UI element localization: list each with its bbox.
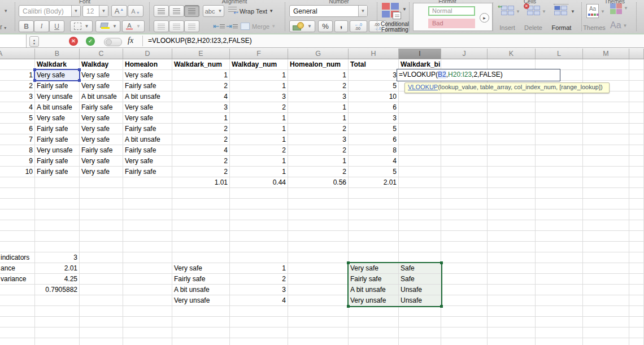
cell-H9[interactable]: 8 [349, 145, 399, 156]
decrease-indent-button[interactable]: ⇤ [213, 20, 225, 32]
cell-E14[interactable] [172, 199, 230, 209]
cell-H2[interactable]: 3 [349, 70, 399, 81]
cell-G17[interactable] [288, 231, 349, 242]
cell-L16[interactable] [536, 220, 583, 231]
cell-A10[interactable]: 9 [0, 156, 35, 167]
cell-M23[interactable] [583, 295, 629, 306]
name-box-stepper[interactable]: ▲▼ [29, 36, 39, 47]
cell-E6[interactable]: 1 [172, 113, 230, 124]
cell-L7[interactable] [536, 124, 583, 134]
cell-J17[interactable] [441, 231, 488, 242]
cell-C25[interactable] [80, 317, 123, 327]
cell-I16[interactable] [399, 220, 441, 231]
cancel-button[interactable]: ✕ [69, 37, 78, 46]
align-middle-button[interactable] [169, 5, 184, 17]
cell-A27[interactable] [0, 338, 35, 345]
chevron-down-icon[interactable]: ▼ [542, 9, 546, 14]
cell-M17[interactable] [583, 231, 629, 242]
cell-K13[interactable] [488, 188, 536, 199]
cell-G9[interactable]: 2 [288, 145, 349, 156]
cell-D25[interactable] [123, 317, 172, 327]
cell-M5[interactable] [583, 102, 629, 113]
cell-C4[interactable]: A bit unsafe [80, 91, 123, 102]
cell-G16[interactable] [288, 220, 349, 231]
cell-L26[interactable] [536, 327, 583, 338]
cell-A11[interactable]: 10 [0, 167, 35, 177]
cell-M10[interactable] [583, 156, 629, 167]
cell-F7[interactable]: 1 [230, 124, 288, 134]
cell-F19[interactable] [230, 252, 288, 263]
cell-M25[interactable] [583, 317, 629, 327]
cell-D14[interactable] [123, 199, 172, 209]
cell-M13[interactable] [583, 188, 629, 199]
cell-K21[interactable] [488, 274, 536, 285]
cell-K19[interactable] [488, 252, 536, 263]
cell-H13[interactable] [349, 188, 399, 199]
cell-N20[interactable] [629, 263, 644, 274]
column-header-A[interactable]: A [0, 49, 35, 59]
cell-K25[interactable] [488, 317, 536, 327]
fill-color-button[interactable]: ▼ [95, 20, 120, 32]
cell-L18[interactable] [536, 242, 583, 252]
cell-H7[interactable]: 5 [349, 124, 399, 134]
cell-H27[interactable] [349, 338, 399, 345]
cell-B5[interactable]: A bit unsafe [35, 102, 80, 113]
formula-edit-cell[interactable]: =VLOOKUP(B2,H20:I23,2,FALSE) [397, 69, 560, 81]
cell-D12[interactable] [123, 177, 172, 188]
cell-A9[interactable]: 8 [0, 145, 35, 156]
cell-C27[interactable] [80, 338, 123, 345]
cell-A16[interactable] [0, 220, 35, 231]
cell-N16[interactable] [629, 220, 644, 231]
merge-button[interactable]: Merge▼ [241, 20, 276, 32]
cell-G5[interactable]: 1 [288, 102, 349, 113]
cell-I12[interactable] [399, 177, 441, 188]
cell-L11[interactable] [536, 167, 583, 177]
cell-H6[interactable]: 3 [349, 113, 399, 124]
cell-D17[interactable] [123, 231, 172, 242]
cell-K23[interactable] [488, 295, 536, 306]
cell-G15[interactable] [288, 209, 349, 220]
cell-N8[interactable] [629, 134, 644, 145]
cell-D10[interactable]: Very safe [123, 156, 172, 167]
cell-J25[interactable] [441, 317, 488, 327]
delete-button[interactable]: Delete [524, 24, 542, 31]
cell-E4[interactable]: 4 [172, 91, 230, 102]
cell-K22[interactable] [488, 285, 536, 295]
tooltip-function-link[interactable]: VLOOKUP [408, 84, 438, 90]
cell-D6[interactable]: Very safe [123, 113, 172, 124]
cell-I5[interactable] [399, 102, 441, 113]
cell-C21[interactable] [80, 274, 123, 285]
cell-L25[interactable] [536, 317, 583, 327]
cell-F13[interactable] [230, 188, 288, 199]
cell-D11[interactable]: Fairly safe [123, 167, 172, 177]
cell-F10[interactable]: 1 [230, 156, 288, 167]
cell-K5[interactable] [488, 102, 536, 113]
cell-B1[interactable]: Walkdark [35, 59, 80, 70]
cell-J26[interactable] [441, 327, 488, 338]
cell-I8[interactable] [399, 134, 441, 145]
cell-N5[interactable] [629, 102, 644, 113]
theme-fonts-button[interactable]: Aa▼ [610, 20, 628, 30]
cell-J8[interactable] [441, 134, 488, 145]
cell-J15[interactable] [441, 209, 488, 220]
cell-F3[interactable]: 1 [230, 81, 288, 91]
cell-E12[interactable]: 1.01 [172, 177, 230, 188]
cell-F22[interactable]: 3 [230, 285, 288, 295]
cell-A22[interactable] [0, 285, 35, 295]
cell-E23[interactable]: Very unsafe [172, 295, 230, 306]
cell-D5[interactable]: Very safe [123, 102, 172, 113]
styles-more-button[interactable]: ▶ [480, 13, 489, 23]
cell-B17[interactable] [35, 231, 80, 242]
cell-C17[interactable] [80, 231, 123, 242]
cell-K24[interactable] [488, 306, 536, 317]
cell-J10[interactable] [441, 156, 488, 167]
cell-E2[interactable]: 1 [172, 70, 230, 81]
cell-C6[interactable]: Very safe [80, 113, 123, 124]
cell-C24[interactable] [80, 306, 123, 317]
cell-N25[interactable] [629, 317, 644, 327]
enter-button[interactable]: ✓ [86, 37, 95, 46]
cell-G11[interactable]: 2 [288, 167, 349, 177]
cell-K27[interactable] [488, 338, 536, 345]
cell-M21[interactable] [583, 274, 629, 285]
cell-H21[interactable]: Fairly safe [349, 274, 399, 285]
